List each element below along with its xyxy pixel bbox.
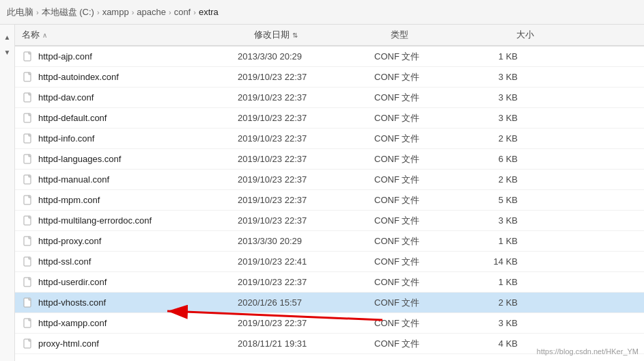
breadcrumb-item-2[interactable]: xampp [102, 7, 129, 17]
col-header-name[interactable]: 名称 ∧ [22, 29, 254, 41]
file-row[interactable]: httpd-vhosts.conf 2020/1/26 15:57 CONF 文… [15, 293, 644, 313]
file-name-cell: httpd-vhosts.conf [22, 297, 238, 309]
file-date-cell: 2013/3/30 20:29 [238, 236, 374, 246]
file-size-cell: 3 KB [463, 92, 518, 103]
breadcrumb-item-4[interactable]: conf [174, 7, 191, 17]
file-date-cell: 2020/1/26 15:57 [238, 297, 374, 308]
file-type-cell: CONF 文件 [374, 71, 463, 83]
file-size-cell: 6 KB [463, 154, 518, 164]
file-date-cell: 2019/10/23 22:37 [238, 154, 374, 164]
file-name-cell: proxy-html.conf [22, 338, 238, 350]
col-header-date[interactable]: 修改日期 ⇅ [254, 29, 391, 41]
file-size-cell: 1 KB [463, 51, 518, 62]
breadcrumb-item-3[interactable]: apache [137, 7, 166, 17]
breadcrumb-arrow-2: › [132, 8, 135, 16]
file-icon [22, 174, 34, 186]
file-icon [22, 153, 34, 165]
file-name-cell: httpd-ssl.conf [22, 256, 238, 268]
file-row[interactable]: httpd-autoindex.conf 2019/10/23 22:37 CO… [15, 67, 644, 88]
nav-up-arrow[interactable]: ▲ [2, 31, 13, 42]
file-name-cell: httpd-multilang-errordoc.conf [22, 215, 238, 227]
file-name-cell: httpd-info.conf [22, 133, 238, 145]
file-row[interactable]: httpd-mpm.conf 2019/10/23 22:37 CONF 文件 … [15, 190, 644, 211]
file-explorer-window: 此电脑 › 本地磁盘 (C:) › xampp › apache › conf … [0, 0, 644, 361]
file-size-cell: 3 KB [463, 113, 518, 123]
breadcrumb-item-5[interactable]: extra [199, 7, 219, 17]
file-size-cell: 3 KB [463, 215, 518, 226]
file-name-cell: httpd-autoindex.conf [22, 71, 238, 83]
file-type-cell: CONF 文件 [374, 215, 463, 227]
file-icon [22, 133, 34, 145]
file-size-cell: 1 KB [463, 236, 518, 246]
breadcrumb-arrow-4: › [193, 8, 196, 16]
file-date-cell: 2019/10/23 22:37 [238, 174, 374, 185]
file-icon [22, 71, 34, 83]
file-type-cell: CONF 文件 [374, 112, 463, 124]
file-date-cell: 2019/10/23 22:37 [238, 133, 374, 144]
breadcrumb-item-0[interactable]: 此电脑 [7, 6, 33, 18]
file-type-cell: CONF 文件 [374, 194, 463, 206]
file-row[interactable]: httpd-dav.conf 2019/10/23 22:37 CONF 文件 … [15, 88, 644, 108]
file-date-cell: 2019/10/23 22:37 [238, 318, 374, 328]
file-size-cell: 2 KB [463, 133, 518, 144]
file-row[interactable]: httpd-ssl.conf 2019/10/23 22:41 CONF 文件 … [15, 252, 644, 272]
file-type-cell: CONF 文件 [374, 235, 463, 248]
file-type-cell: CONF 文件 [374, 92, 463, 104]
watermark: https://blog.csdn.net/HKer_YM [537, 347, 639, 356]
file-type-cell: CONF 文件 [374, 338, 463, 350]
col-header-type[interactable]: 类型 [391, 29, 479, 41]
file-type-cell: CONF 文件 [374, 153, 463, 165]
file-date-cell: 2019/10/23 22:37 [238, 195, 374, 205]
file-icon [22, 276, 34, 289]
file-size-cell: 4 KB [463, 338, 518, 349]
file-row[interactable]: httpd-default.conf 2019/10/23 22:37 CONF… [15, 108, 644, 129]
breadcrumb-item-1[interactable]: 本地磁盘 (C:) [42, 6, 94, 18]
file-icon [22, 235, 34, 248]
file-name-cell: httpd-default.conf [22, 112, 238, 124]
file-date-cell: 2019/10/23 22:37 [238, 113, 374, 123]
file-type-cell: CONF 文件 [374, 256, 463, 268]
file-icon [22, 297, 34, 309]
file-size-cell: 3 KB [463, 318, 518, 328]
file-row[interactable]: httpd-proxy.conf 2013/3/30 20:29 CONF 文件… [15, 231, 644, 252]
file-name-cell: httpd-ajp.conf [22, 51, 238, 63]
file-row[interactable]: httpd-ajp.conf 2013/3/30 20:29 CONF 文件 1… [15, 46, 644, 67]
breadcrumb-arrow-1: › [97, 8, 100, 16]
file-date-cell: 2019/10/23 22:37 [238, 215, 374, 226]
file-row[interactable]: httpd-info.conf 2019/10/23 22:37 CONF 文件… [15, 129, 644, 149]
file-icon [22, 92, 34, 104]
file-row[interactable]: httpd-userdir.conf 2019/10/23 22:37 CONF… [15, 272, 644, 293]
left-nav-panel: ▲ ▼ [0, 25, 15, 361]
file-name-cell: httpd-userdir.conf [22, 276, 238, 289]
file-type-cell: CONF 文件 [374, 297, 463, 309]
file-row[interactable]: httpd-xampp.conf 2019/10/23 22:37 CONF 文… [15, 313, 644, 334]
file-type-cell: CONF 文件 [374, 276, 463, 289]
file-date-cell: 2019/10/23 22:37 [238, 92, 374, 103]
file-name-cell: httpd-languages.conf [22, 153, 238, 165]
file-icon [22, 112, 34, 124]
file-size-cell: 2 KB [463, 297, 518, 308]
file-name-cell: httpd-xampp.conf [22, 317, 238, 330]
file-date-cell: 2019/10/23 22:37 [238, 72, 374, 82]
file-size-cell: 3 KB [463, 72, 518, 82]
file-date-cell: 2019/10/23 22:41 [238, 256, 374, 267]
breadcrumb-arrow-3: › [169, 8, 171, 16]
file-row[interactable]: httpd-manual.conf 2019/10/23 22:37 CONF … [15, 170, 644, 190]
col-header-size[interactable]: 大小 [479, 29, 534, 41]
file-icon [22, 338, 34, 350]
file-name-cell: httpd-mpm.conf [22, 194, 238, 206]
file-row[interactable]: httpd-languages.conf 2019/10/23 22:37 CO… [15, 149, 644, 170]
file-date-cell: 2019/10/23 22:37 [238, 277, 374, 287]
nav-down-arrow[interactable]: ▼ [2, 46, 13, 57]
breadcrumb-arrow-0: › [36, 8, 39, 16]
file-area: 名称 ∧ 修改日期 ⇅ 类型 大小 [15, 25, 644, 361]
breadcrumb-bar: 此电脑 › 本地磁盘 (C:) › xampp › apache › conf … [0, 0, 644, 25]
file-size-cell: 5 KB [463, 195, 518, 205]
file-icon [22, 194, 34, 206]
file-row[interactable]: httpd-multilang-errordoc.conf 2019/10/23… [15, 211, 644, 231]
column-headers: 名称 ∧ 修改日期 ⇅ 类型 大小 [15, 25, 644, 46]
file-date-cell: 2018/11/21 19:31 [238, 338, 374, 349]
file-type-cell: CONF 文件 [374, 317, 463, 330]
file-list[interactable]: httpd-ajp.conf 2013/3/30 20:29 CONF 文件 1… [15, 46, 644, 361]
date-sort-icon: ⇅ [292, 31, 298, 39]
